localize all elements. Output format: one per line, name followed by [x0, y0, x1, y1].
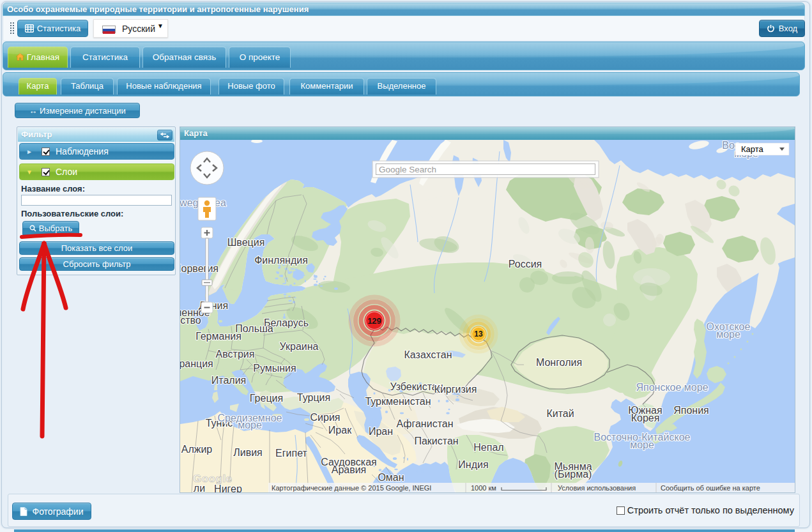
svg-text:море: море [238, 420, 262, 430]
svg-text:Германия: Германия [195, 331, 241, 342]
svg-text:Италия: Италия [211, 375, 246, 386]
svg-text:(Бирма): (Бирма) [555, 469, 592, 480]
svg-text:Россия: Россия [509, 259, 542, 270]
svg-text:Пакистан: Пакистан [414, 436, 458, 446]
svg-text:Австрия: Австрия [216, 349, 255, 360]
svg-text:Турция: Турция [297, 392, 330, 403]
svg-text:Непал: Непал [473, 442, 503, 453]
svg-text:Франция: Франция [180, 358, 213, 369]
svg-text:Нигер: Нигер [214, 483, 242, 492]
svg-text:Google: Google [193, 473, 233, 485]
svg-text:Японское море: Японское море [636, 382, 708, 393]
svg-text:море: море [716, 329, 740, 340]
svg-text:Google Search: Google Search [379, 165, 436, 174]
svg-text:Туркменистан: Туркменистан [365, 396, 431, 407]
svg-text:Япония: Япония [673, 405, 709, 416]
svg-text:Украина: Украина [280, 341, 319, 352]
svg-text:Сообщить об ошибке на карте: Сообщить об ошибке на карте [661, 484, 760, 492]
svg-text:Сирия: Сирия [310, 412, 341, 423]
svg-text:Иран: Иран [369, 426, 393, 437]
svg-text:Египет: Египет [275, 448, 307, 459]
svg-text:Ирак: Ирак [328, 425, 352, 436]
svg-text:Монголия: Монголия [536, 357, 582, 368]
svg-text:Киргизия: Киргизия [434, 384, 477, 395]
svg-text:Картографические данные © 2015: Картографические данные © 2015 Google, I… [272, 484, 431, 492]
svg-text:ea: ea [215, 197, 226, 208]
svg-text:Алжир: Алжир [181, 444, 213, 455]
svg-text:Аравия: Аравия [332, 464, 367, 475]
svg-text:Норвегия: Норвегия [180, 263, 218, 274]
svg-text:Карта: Карта [741, 144, 764, 154]
svg-text:Ливия: Ливия [233, 447, 263, 458]
svg-text:Индия: Индия [458, 459, 488, 470]
svg-text:Корея: Корея [631, 413, 660, 423]
svg-text:Оман: Оман [378, 472, 404, 483]
svg-text:13: 13 [474, 330, 483, 338]
svg-text:Китай: Китай [546, 408, 574, 419]
svg-text:Афганистан: Афганистан [396, 418, 453, 429]
svg-text:Швеция: Швеция [227, 237, 265, 248]
svg-text:1000 км: 1000 км [471, 484, 496, 492]
svg-text:море: море [630, 439, 654, 450]
svg-text:ество: ество [180, 315, 201, 326]
svg-text:Казахстан: Казахстан [404, 349, 452, 360]
svg-text:Румыния: Румыния [253, 363, 296, 374]
svg-text:Условия использования: Условия использования [558, 484, 636, 492]
svg-text:Финляндия: Финляндия [254, 255, 308, 266]
svg-text:Греция: Греция [250, 393, 283, 404]
svg-text:129: 129 [367, 316, 381, 326]
